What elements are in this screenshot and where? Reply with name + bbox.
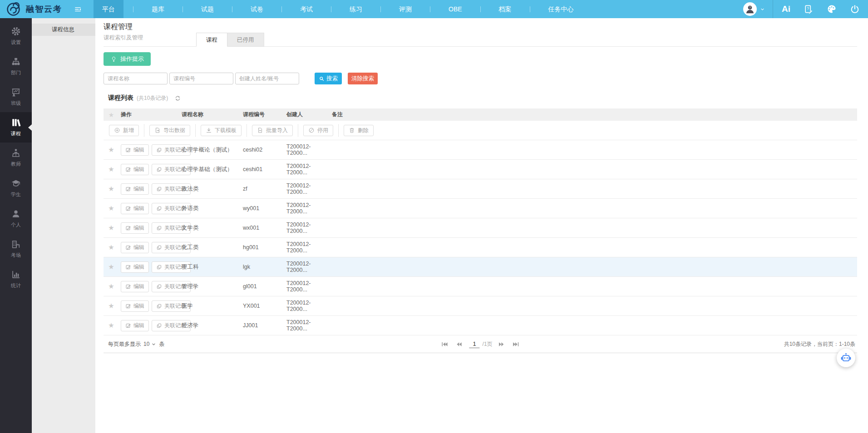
batch-import-label: 批量导入 <box>266 127 288 134</box>
edit-pencil-icon <box>125 303 131 309</box>
tab-disabled-courses[interactable]: 已停用 <box>227 33 264 47</box>
topbar-right: Ai <box>743 0 868 18</box>
refresh-icon[interactable] <box>174 95 181 102</box>
course-name: 医学 <box>180 302 241 310</box>
theme-palette-icon[interactable] <box>826 4 837 15</box>
course-code: lgk <box>241 264 285 270</box>
export-data-button[interactable]: 导出数据 <box>149 125 190 136</box>
top-navigation: 平台 题库 试题 试卷 考试 练习 评测 OBE 档案 任务中心 <box>94 0 582 18</box>
nav-item-question-bank[interactable]: 题库 <box>143 0 173 18</box>
first-page-button[interactable] <box>440 341 449 348</box>
edit-button[interactable]: 编辑 <box>121 281 149 292</box>
star-icon[interactable]: ★ <box>108 224 114 232</box>
edit-pencil-icon <box>125 245 131 251</box>
table-row[interactable]: ★ 编辑 关联记录 化工类 hg001 T200012-T2000... <box>104 238 857 257</box>
current-page-input[interactable]: 1 <box>469 340 479 348</box>
star-icon[interactable]: ★ <box>108 185 114 193</box>
nav-item-questions[interactable]: 试题 <box>192 0 222 18</box>
edit-button[interactable]: 编辑 <box>121 300 149 312</box>
edit-label: 编辑 <box>133 244 144 251</box>
batch-import-button[interactable]: 批量导入 <box>252 125 293 136</box>
page-size-select[interactable]: 10 <box>143 341 156 347</box>
last-page-button[interactable] <box>512 341 520 348</box>
edit-button[interactable]: 编辑 <box>121 183 149 195</box>
robot-icon <box>840 352 852 364</box>
collapse-menu-icon[interactable] <box>74 5 82 13</box>
edit-button[interactable]: 编辑 <box>121 242 149 253</box>
nav-item-obe[interactable]: OBE <box>440 0 471 18</box>
table-row[interactable]: ★ 编辑 关联记录 外语类 wy001 T200012-T2000... <box>104 199 857 218</box>
star-icon[interactable]: ★ <box>108 321 114 330</box>
help-doc-icon[interactable] <box>803 4 814 15</box>
nav-item-platform[interactable]: 平台 <box>94 0 123 18</box>
course-name-input[interactable] <box>104 73 168 84</box>
edit-pencil-icon <box>125 323 131 329</box>
edit-button[interactable]: 编辑 <box>121 203 149 214</box>
nav-separator <box>331 6 331 12</box>
course-code: ceshi02 <box>241 147 285 153</box>
next-page-button[interactable] <box>498 341 506 348</box>
table-row[interactable]: ★ 编辑 关联记录 文学类 wx001 T200012-T2000... <box>104 218 857 238</box>
nav-item-evaluation[interactable]: 评测 <box>390 0 420 18</box>
sidebar-item-teachers[interactable]: 教师 <box>0 143 32 173</box>
operation-tips-button[interactable]: 操作提示 <box>104 52 151 66</box>
nav-item-task-center[interactable]: 任务中心 <box>540 0 582 18</box>
star-icon[interactable]: ★ <box>108 263 114 271</box>
star-icon[interactable]: ★ <box>108 282 114 290</box>
star-icon[interactable]: ★ <box>108 243 114 251</box>
edit-button[interactable]: 编辑 <box>121 261 149 273</box>
table-row[interactable]: ★ 编辑 关联记录 心理学基础（测试） ceshi01 T200012-T200… <box>104 160 857 179</box>
sidebar-item-profile[interactable]: 个人 <box>0 203 32 234</box>
edit-button[interactable]: 编辑 <box>121 222 149 234</box>
table-row[interactable]: ★ 编辑 关联记录 政法类 zf T200012-T2000... <box>104 179 857 199</box>
related-records-icon <box>156 167 162 172</box>
course-code: wx001 <box>241 225 285 231</box>
disable-button[interactable]: 停用 <box>303 125 333 136</box>
table-row[interactable]: ★ 编辑 关联记录 心理学概论（测试） ceshi02 T200012-T200… <box>104 140 857 160</box>
user-avatar[interactable] <box>743 2 757 16</box>
course-code-input[interactable] <box>169 73 233 84</box>
edit-button[interactable]: 编辑 <box>121 144 149 156</box>
nav-item-papers[interactable]: 试卷 <box>242 0 272 18</box>
tab-courses[interactable]: 课程 <box>196 33 227 47</box>
nav-item-exams[interactable]: 考试 <box>291 0 321 18</box>
sidebar-item-students[interactable]: 学生 <box>0 173 32 203</box>
sidebar-item-courses[interactable]: 课程 <box>0 112 32 143</box>
download-template-button[interactable]: 下载模板 <box>201 125 242 136</box>
table-row-highlighted[interactable]: ★ 编辑 关联记录 理工科 lgk T200012-T2000... <box>104 257 857 277</box>
sidebar-item-statistics[interactable]: 统计 <box>0 264 32 295</box>
course-creator: T200012-T2000... <box>285 261 330 273</box>
table-row[interactable]: ★ 编辑 关联记录 管理学 gl001 T200012-T2000... <box>104 277 857 296</box>
sidebar-item-departments[interactable]: 部门 <box>0 51 32 82</box>
logout-power-icon[interactable] <box>850 4 860 14</box>
star-icon[interactable]: ★ <box>108 165 114 173</box>
course-name: 心理学概论（测试） <box>180 146 241 154</box>
avatar-dropdown-caret-icon[interactable] <box>760 7 765 12</box>
sidebar-item-classes[interactable]: 班级 <box>0 82 32 112</box>
nav-item-practice[interactable]: 练习 <box>341 0 371 18</box>
sidebar-item-label: 个人 <box>11 221 21 228</box>
robot-assistant-button[interactable] <box>837 349 855 367</box>
table-row[interactable]: ★ 编辑 关联记录 医学 YX001 T200012-T2000... <box>104 296 857 316</box>
star-icon[interactable]: ★ <box>108 204 114 212</box>
star-icon[interactable]: ★ <box>108 146 114 154</box>
sidebar-item-label: 考场 <box>11 252 21 259</box>
clear-search-button[interactable]: 清除搜索 <box>348 73 378 84</box>
sidebar-item-exam-rooms[interactable]: 考场 <box>0 234 32 264</box>
star-icon[interactable]: ★ <box>108 302 114 310</box>
edit-button[interactable]: 编辑 <box>121 164 149 175</box>
sidebar-item-settings[interactable]: 设置 <box>0 21 32 51</box>
prev-page-button[interactable] <box>455 341 463 348</box>
add-button[interactable]: 新增 <box>109 125 139 136</box>
delete-button[interactable]: 删除 <box>344 125 374 136</box>
plus-circle-icon <box>114 127 120 133</box>
submenu-item-course-info[interactable]: 课程信息 <box>32 24 95 36</box>
edit-button[interactable]: 编辑 <box>121 320 149 331</box>
edit-label: 编辑 <box>133 263 144 271</box>
ai-assistant-button[interactable]: Ai <box>782 4 790 14</box>
table-row[interactable]: ★ 编辑 关联记录 经济学 JJ001 T200012-T2000... <box>104 316 857 335</box>
search-button[interactable]: 搜索 <box>315 73 342 84</box>
creator-input[interactable] <box>235 73 299 84</box>
nav-item-archives[interactable]: 档案 <box>490 0 520 18</box>
related-records-icon <box>156 206 162 212</box>
